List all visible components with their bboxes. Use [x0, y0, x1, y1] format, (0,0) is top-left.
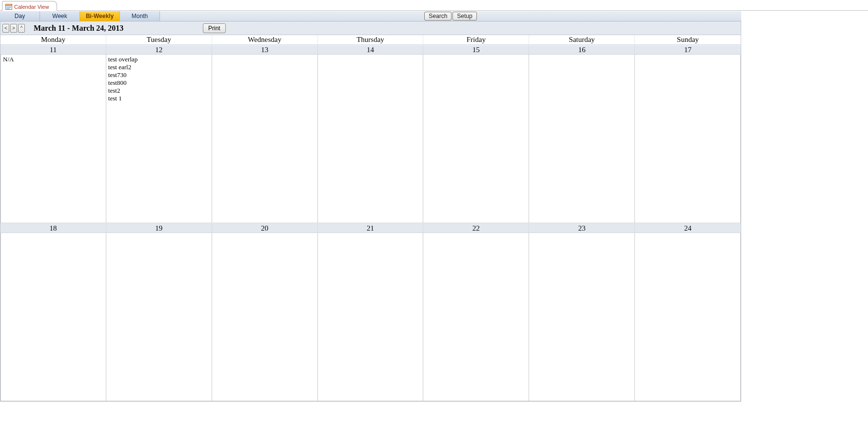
date-header-cell[interactable]: 19	[106, 224, 212, 233]
weeks-container: 11121314151617N/Atest overlaptest earl2t…	[0, 45, 741, 401]
view-switcher-bar: Day Week Bi-Weekly Month Search Setup	[0, 11, 741, 21]
dow-monday: Monday	[0, 35, 106, 44]
form-tab-title: Calendar View	[14, 4, 49, 10]
view-btn-week[interactable]: Week	[40, 11, 80, 21]
date-header-cell[interactable]: 20	[212, 224, 318, 233]
form-tab-strip: Calendar View	[0, 0, 868, 11]
day-cell[interactable]	[635, 55, 741, 223]
view-btn-day[interactable]: Day	[0, 11, 40, 21]
calendar-event[interactable]: test730	[108, 71, 210, 79]
week-row: 11121314151617N/Atest overlaptest earl2t…	[0, 45, 741, 223]
svg-rect-1	[6, 4, 12, 5]
prev-button[interactable]: <	[2, 24, 9, 33]
form-tab-calendar-view[interactable]: Calendar View	[2, 1, 57, 11]
calendar-event[interactable]: N/A	[3, 56, 104, 63]
search-button[interactable]: Search	[424, 12, 452, 20]
date-header-cell[interactable]: 13	[212, 45, 318, 54]
date-header-cell[interactable]: 12	[106, 45, 212, 54]
calendar-event[interactable]: test2	[108, 87, 210, 95]
day-cell[interactable]: test overlaptest earl2test730test800test…	[106, 55, 212, 223]
view-btn-month[interactable]: Month	[120, 11, 160, 21]
date-header-cell[interactable]: 23	[529, 224, 635, 233]
date-header-cell[interactable]: 16	[529, 45, 635, 54]
day-cell[interactable]	[423, 55, 529, 223]
date-header-row: 18192021222324	[0, 223, 741, 233]
day-cell[interactable]	[635, 233, 741, 402]
day-cell[interactable]	[106, 233, 212, 402]
form-icon	[5, 4, 12, 10]
today-button[interactable]: ^	[18, 24, 25, 33]
print-button[interactable]: Print	[203, 23, 226, 33]
calendar-event[interactable]: test earl2	[108, 63, 210, 71]
week-row: 18192021222324	[0, 223, 741, 402]
day-cell[interactable]	[0, 233, 106, 402]
date-header-row: 11121314151617	[0, 45, 741, 55]
day-cell[interactable]	[529, 233, 635, 402]
day-cell[interactable]	[212, 233, 318, 402]
view-switcher: Day Week Bi-Weekly Month	[0, 11, 160, 21]
day-cell[interactable]	[423, 233, 529, 402]
dow-friday: Friday	[423, 35, 529, 44]
dow-tuesday: Tuesday	[106, 35, 212, 44]
day-cell[interactable]: N/A	[0, 55, 106, 223]
week-body: N/Atest overlaptest earl2test730test800t…	[0, 55, 741, 223]
dow-wednesday: Wednesday	[212, 35, 318, 44]
calendar-event[interactable]: test 1	[108, 95, 210, 102]
date-header-cell[interactable]: 21	[318, 224, 424, 233]
view-btn-biweekly[interactable]: Bi-Weekly	[80, 11, 120, 21]
day-cell[interactable]	[318, 233, 424, 402]
date-header-cell[interactable]: 24	[635, 224, 741, 233]
date-header-cell[interactable]: 22	[423, 224, 529, 233]
date-header-cell[interactable]: 11	[0, 45, 106, 54]
date-range-label: March 11 - March 24, 2013	[34, 24, 123, 33]
date-header-cell[interactable]: 14	[318, 45, 424, 54]
week-body	[0, 233, 741, 402]
day-cell[interactable]	[212, 55, 318, 223]
date-header-cell[interactable]: 18	[0, 224, 106, 233]
calendar-event[interactable]: test800	[108, 79, 210, 87]
date-nav-row: < > ^ March 11 - March 24, 2013 Print	[0, 21, 741, 35]
calendar-event[interactable]: test overlap	[108, 56, 210, 63]
day-cell[interactable]	[529, 55, 635, 223]
dow-saturday: Saturday	[529, 35, 635, 44]
dow-thursday: Thursday	[318, 35, 424, 44]
dow-sunday: Sunday	[635, 35, 741, 44]
setup-button[interactable]: Setup	[453, 12, 476, 20]
next-button[interactable]: >	[10, 24, 17, 33]
day-cell[interactable]	[318, 55, 424, 223]
date-header-cell[interactable]: 17	[635, 45, 741, 54]
day-of-week-header: Monday Tuesday Wednesday Thursday Friday…	[0, 35, 741, 45]
date-header-cell[interactable]: 15	[423, 45, 529, 54]
